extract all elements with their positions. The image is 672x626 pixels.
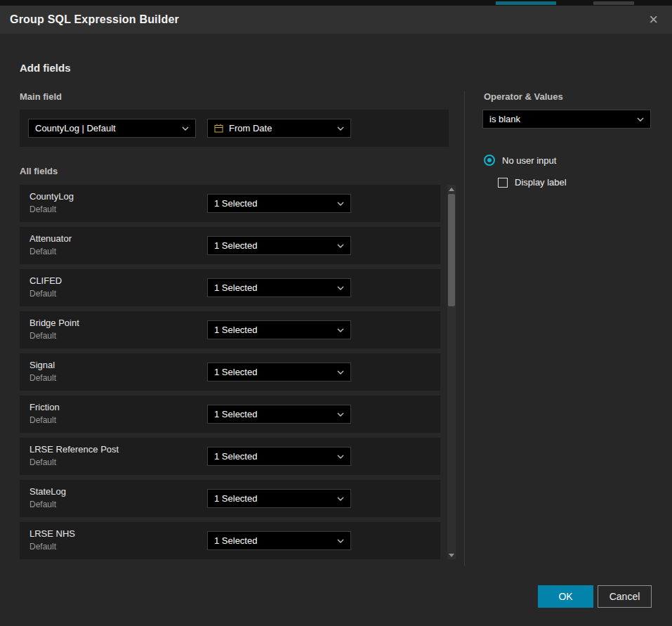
- field-sublabel: Default: [29, 204, 56, 214]
- chevron-down-icon: [337, 202, 344, 206]
- radio-label: No user input: [502, 155, 556, 166]
- chevron-down-icon: [337, 539, 344, 543]
- field-name: Attenuator: [29, 233, 72, 244]
- main-field-panel: CountyLog | Default From Date: [20, 110, 449, 147]
- all-fields-heading: All fields: [20, 166, 58, 176]
- field-row-statelog: StateLog Default 1 Selected: [20, 480, 440, 517]
- field-row-clifed: CLIFED Default 1 Selected: [20, 269, 440, 306]
- calendar-icon: [214, 124, 223, 133]
- chevron-down-icon: [337, 126, 344, 131]
- field-selection-value: 1 Selected: [214, 535, 257, 546]
- cancel-button[interactable]: Cancel: [598, 585, 652, 608]
- chevron-down-icon: [337, 455, 344, 459]
- field-selection-value: 1 Selected: [214, 493, 257, 504]
- add-fields-heading: Add fields: [20, 62, 71, 74]
- field-row-countylog: CountyLog Default 1 Selected: [20, 185, 440, 222]
- chevron-down-icon: [337, 412, 344, 417]
- background-app-strip: [0, 0, 672, 6]
- field-row-attenuator: Attenuator Default 1 Selected: [20, 227, 440, 264]
- field-name: Bridge Point: [29, 318, 79, 328]
- scrollbar[interactable]: [447, 185, 456, 559]
- operator-dropdown-value: is blank: [489, 114, 520, 124]
- field-row-bridge-point: Bridge Point Default 1 Selected: [20, 311, 440, 348]
- chevron-down-icon: [637, 117, 644, 122]
- field-sublabel: Default: [29, 457, 56, 467]
- field-selection-value: 1 Selected: [214, 451, 257, 462]
- field-row-lrse-reference-post: LRSE Reference Post Default 1 Selected: [20, 438, 440, 475]
- chevron-down-icon: [337, 328, 344, 332]
- field-sublabel: Default: [29, 289, 56, 299]
- field-selection-value: 1 Selected: [214, 325, 257, 335]
- background-app-fragment: [496, 1, 556, 5]
- field-selection-dropdown[interactable]: 1 Selected: [207, 236, 351, 255]
- group-sql-expression-builder-dialog: Group SQL Expression Builder × Add field…: [0, 6, 672, 626]
- operator-values-heading: Operator & Values: [484, 91, 563, 102]
- chevron-down-icon: [337, 286, 344, 290]
- field-name: Friction: [29, 402, 60, 412]
- field-sublabel: Default: [29, 373, 56, 383]
- field-name: LRSE NHS: [29, 528, 75, 539]
- field-selection-value: 1 Selected: [214, 198, 257, 209]
- vertical-divider: [464, 91, 465, 566]
- scrollbar-down-icon[interactable]: [447, 551, 456, 559]
- field-selection-value: 1 Selected: [214, 367, 257, 377]
- field-name: CountyLog: [29, 191, 74, 202]
- chevron-down-icon: [337, 497, 344, 501]
- field-selection-dropdown[interactable]: 1 Selected: [207, 320, 351, 339]
- main-field-heading: Main field: [20, 91, 62, 102]
- field-selection-dropdown[interactable]: 1 Selected: [207, 278, 351, 297]
- layer-dropdown[interactable]: CountyLog | Default: [28, 119, 196, 138]
- field-dropdown[interactable]: From Date: [207, 119, 351, 138]
- field-selection-dropdown[interactable]: 1 Selected: [207, 489, 351, 508]
- field-sublabel: Default: [29, 542, 56, 552]
- field-selection-value: 1 Selected: [214, 282, 257, 293]
- layer-dropdown-value: CountyLog | Default: [35, 123, 116, 133]
- chevron-down-icon: [182, 126, 189, 131]
- field-name: Signal: [29, 360, 55, 370]
- field-row-signal: Signal Default 1 Selected: [20, 353, 440, 391]
- field-row-friction: Friction Default 1 Selected: [20, 396, 440, 433]
- field-selection-dropdown[interactable]: 1 Selected: [207, 405, 351, 424]
- display-label-checkbox-row: Display label: [498, 177, 567, 188]
- chevron-down-icon: [337, 244, 344, 248]
- field-selection-dropdown[interactable]: 1 Selected: [207, 447, 351, 466]
- no-user-input-radio-row: No user input: [484, 155, 556, 166]
- field-sublabel: Default: [29, 415, 56, 425]
- operator-dropdown[interactable]: is blank: [482, 110, 651, 129]
- checkbox-unchecked-icon[interactable]: [498, 178, 508, 188]
- field-name: LRSE Reference Post: [29, 444, 119, 455]
- dialog-title: Group SQL Expression Builder: [10, 13, 179, 26]
- dialog-header: Group SQL Expression Builder ×: [0, 6, 672, 34]
- checkbox-label: Display label: [515, 177, 567, 188]
- close-icon[interactable]: ×: [645, 11, 662, 29]
- field-selection-dropdown[interactable]: 1 Selected: [207, 363, 351, 382]
- field-selection-value: 1 Selected: [214, 409, 257, 419]
- radio-selected-icon[interactable]: [484, 155, 495, 166]
- all-fields-list: CountyLog Default 1 Selected Attenuator …: [20, 185, 440, 564]
- field-selection-dropdown[interactable]: 1 Selected: [207, 194, 351, 213]
- scrollbar-up-icon[interactable]: [447, 185, 456, 193]
- field-row-lrse-nhs: LRSE NHS Default 1 Selected: [20, 522, 440, 559]
- chevron-down-icon: [337, 370, 344, 374]
- field-sublabel: Default: [29, 500, 56, 509]
- field-name: CLIFED: [29, 275, 62, 286]
- ok-button[interactable]: OK: [538, 585, 593, 608]
- field-selection-value: 1 Selected: [214, 240, 257, 251]
- field-selection-dropdown[interactable]: 1 Selected: [207, 531, 351, 550]
- background-app-fragment: [593, 1, 634, 5]
- field-dropdown-value: From Date: [229, 123, 272, 133]
- field-sublabel: Default: [29, 247, 56, 256]
- scrollbar-thumb[interactable]: [448, 194, 455, 306]
- field-name: StateLog: [29, 486, 66, 497]
- field-sublabel: Default: [29, 331, 56, 341]
